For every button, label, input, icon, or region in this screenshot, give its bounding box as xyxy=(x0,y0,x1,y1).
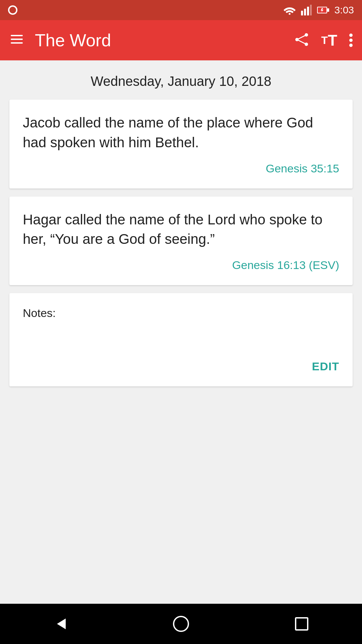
wifi-icon xyxy=(284,5,296,15)
home-button[interactable] xyxy=(172,615,190,633)
svg-line-15 xyxy=(297,40,306,44)
signal-icon xyxy=(301,5,312,15)
svg-rect-2 xyxy=(307,7,309,15)
verse-card-2: Hagar called the name of the Lord who sp… xyxy=(9,197,353,285)
svg-point-18 xyxy=(349,44,353,47)
status-bar: 3:03 xyxy=(0,0,362,20)
verse-card-1: Jacob called the name of the place where… xyxy=(9,100,353,189)
svg-marker-19 xyxy=(57,619,66,629)
svg-rect-9 xyxy=(11,39,23,40)
app-bar: The Word TT xyxy=(0,20,362,60)
svg-line-14 xyxy=(297,35,306,40)
recent-apps-button[interactable] xyxy=(293,615,310,633)
menu-button[interactable] xyxy=(9,32,24,49)
svg-rect-5 xyxy=(327,8,329,12)
verse-1-reference[interactable]: Genesis 35:15 xyxy=(23,162,339,175)
share-button[interactable] xyxy=(294,32,309,48)
main-content: Wednesday, January 10, 2018 Jacob called… xyxy=(0,60,362,604)
svg-rect-3 xyxy=(310,5,312,15)
svg-point-17 xyxy=(349,39,353,42)
date-header: Wednesday, January 10, 2018 xyxy=(9,74,353,89)
app-title: The Word xyxy=(35,30,294,50)
svg-rect-21 xyxy=(296,618,308,630)
nav-bar xyxy=(0,604,362,644)
status-time: 3:03 xyxy=(335,4,354,16)
more-options-button[interactable] xyxy=(349,32,353,49)
status-bar-left xyxy=(8,5,17,15)
svg-point-16 xyxy=(349,34,353,37)
svg-rect-10 xyxy=(11,42,23,44)
svg-rect-0 xyxy=(301,11,303,15)
verse-2-reference[interactable]: Genesis 16:13 (ESV) xyxy=(23,259,339,272)
verse-1-text: Jacob called the name of the place where… xyxy=(23,113,339,153)
verse-2-text: Hagar called the name of the Lord who sp… xyxy=(23,210,339,250)
app-bar-actions: TT xyxy=(294,32,353,49)
svg-rect-8 xyxy=(11,35,23,36)
status-bar-right: 3:03 xyxy=(284,4,354,16)
svg-point-20 xyxy=(174,616,188,631)
svg-rect-1 xyxy=(304,9,306,15)
back-button[interactable] xyxy=(52,615,69,633)
battery-icon xyxy=(317,5,329,15)
edit-button[interactable]: EDIT xyxy=(23,360,339,373)
font-size-button[interactable]: TT xyxy=(321,33,337,48)
notes-label: Notes: xyxy=(23,307,339,320)
notes-card: Notes: EDIT xyxy=(9,293,353,386)
recording-indicator xyxy=(8,5,17,15)
